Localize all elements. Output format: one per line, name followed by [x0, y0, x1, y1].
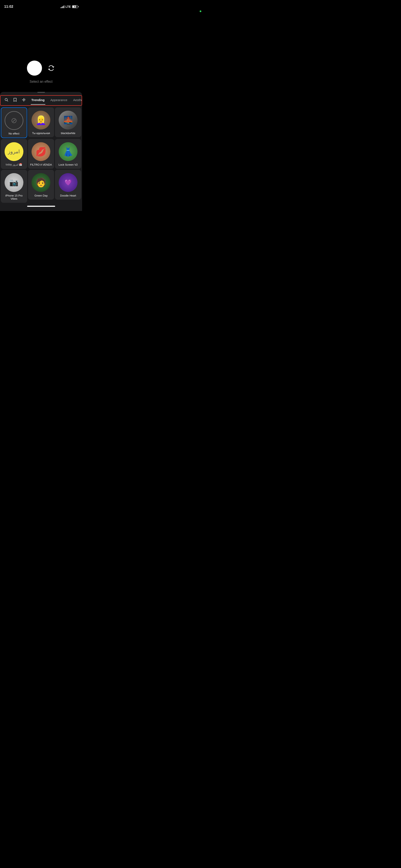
- effect-today[interactable]: امروز today امروز 📅: [1, 139, 27, 169]
- home-indicator: [27, 206, 55, 207]
- effect-thumb-doodle: 💜: [59, 173, 78, 192]
- effect-green-day[interactable]: 🧑 Green Day: [28, 170, 54, 200]
- lte-label: LTE: [66, 5, 71, 8]
- battery-text: 81: [74, 6, 76, 8]
- effect-label-bw: black&white: [61, 131, 75, 135]
- effect-label-iphone: iPhone 15 Pro Vibes: [3, 194, 25, 200]
- effect-label-no-effect: No effect: [8, 132, 20, 135]
- tab-trending[interactable]: Trending: [29, 97, 47, 103]
- effect-black-white[interactable]: 🌉 black&white: [55, 107, 81, 137]
- bottom-sheet: Trending Appearance Aesthetic ⊘ No effec…: [0, 92, 82, 211]
- status-bar: 11:02 LTE 81: [0, 0, 82, 10]
- signal-bars: [61, 5, 64, 8]
- flip-camera-button[interactable]: [47, 64, 55, 72]
- effect-lock-screen[interactable]: 👗 Lock Screen V2: [55, 139, 81, 169]
- effect-thumb-bw: 🌉: [59, 111, 78, 129]
- effect-no-effect[interactable]: ⊘ No effect: [1, 107, 27, 138]
- effect-doodle-heart[interactable]: 💜 Doodle Heart: [55, 170, 81, 200]
- signal-bar-1: [61, 7, 61, 8]
- battery: 81: [72, 5, 78, 8]
- signal-bar-2: [62, 7, 62, 8]
- signal-bar-3: [63, 6, 63, 8]
- drag-handle[interactable]: [37, 92, 45, 93]
- effects-grid: ⊘ No effect 👱‍♀️ Ты идеальная 🌉 black&wh…: [0, 106, 82, 204]
- battery-box: 81: [72, 5, 78, 8]
- effect-label-green: Green Day: [34, 194, 48, 197]
- select-effect-label: Select an effect: [30, 80, 53, 84]
- tab-bar: Trending Appearance Aesthetic: [0, 95, 82, 106]
- effect-label-ty: Ты идеальная: [32, 131, 50, 135]
- search-icon[interactable]: [2, 97, 10, 103]
- effect-thumb-ty: 👱‍♀️: [32, 111, 50, 129]
- sparkle-icon[interactable]: [20, 96, 28, 103]
- effect-thumb-filtro: 💋: [32, 142, 50, 161]
- effect-label-today: today امروز 📅: [6, 163, 22, 166]
- no-effect-thumb: ⊘: [5, 111, 23, 130]
- bookmark-icon[interactable]: [11, 96, 19, 103]
- effect-ty-idealnaya[interactable]: 👱‍♀️ Ты идеальная: [28, 107, 54, 137]
- svg-line-1: [7, 100, 8, 101]
- effect-thumb-today: امروز: [5, 142, 23, 161]
- effect-label-filtro: FILTRO A VENDA: [30, 163, 52, 166]
- effect-thumb-lock: 👗: [59, 142, 78, 161]
- camera-area: Select an effect: [0, 10, 82, 90]
- status-time: 11:02: [4, 5, 13, 9]
- status-right: LTE 81: [61, 5, 78, 8]
- effect-thumb-iphone: 📷: [5, 173, 23, 192]
- effect-filtro[interactable]: 💋 FILTRO A VENDA: [28, 139, 54, 169]
- effect-label-doodle: Doodle Heart: [60, 194, 76, 197]
- tab-aesthetic[interactable]: Aesthetic: [70, 97, 82, 103]
- effect-label-lock: Lock Screen V2: [59, 163, 78, 166]
- tab-appearance[interactable]: Appearance: [48, 97, 70, 103]
- shutter-button[interactable]: [27, 61, 42, 75]
- signal-bar-4: [64, 5, 64, 8]
- effect-thumb-green: 🧑: [32, 173, 50, 192]
- camera-controls: [27, 61, 55, 75]
- effect-iphone15[interactable]: 📷 iPhone 15 Pro Vibes: [1, 170, 27, 203]
- svg-point-2: [25, 98, 25, 99]
